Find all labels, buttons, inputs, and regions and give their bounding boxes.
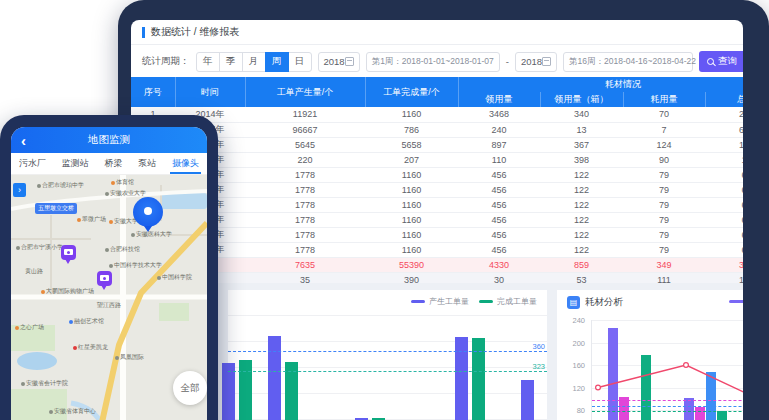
tab-桥梁[interactable]: 桥梁 <box>104 153 122 174</box>
consumable-chart-card: ▤ 耗材分析 2402001601208040 <box>557 290 743 420</box>
start-week-input[interactable]: 第1周：2018-01-01~2018-01-07 <box>366 52 500 72</box>
tab-摄像头[interactable]: 摄像头 <box>172 153 199 174</box>
tab-监测站[interactable]: 监测站 <box>62 153 89 174</box>
table-cell: 1778 <box>245 167 365 182</box>
poi-dot <box>77 218 81 222</box>
table-cell: 122 <box>540 212 623 227</box>
phone-title: 地图监测 <box>88 133 130 147</box>
table-cell: 5658 <box>365 137 458 152</box>
legend-dash <box>411 300 425 303</box>
chart-icon: ▤ <box>567 296 580 309</box>
table-cell: 690 <box>705 122 743 137</box>
table-cell: 79 <box>623 242 705 257</box>
legend-dash <box>729 300 743 303</box>
selected-camera-marker[interactable] <box>133 197 163 227</box>
table-row: 92022年177811604561227967 <box>131 227 743 242</box>
gridline <box>228 315 547 316</box>
map-label: 红星美凯龙 <box>73 343 108 352</box>
table-cell: 13 <box>540 122 623 137</box>
query-button[interactable]: 查询 <box>699 51 743 72</box>
table-row: 32016年56455658897367124129 <box>131 137 743 152</box>
map-view[interactable]: 合肥市琥珀中学体育馆安徽农业大学安徽医科大学合肥市宁溪小学翠微广场安徽大学合肥科… <box>11 175 207 420</box>
map-label: 融创艺术馆 <box>69 317 104 326</box>
column-header: 工单完成量/个 <box>365 77 458 107</box>
tab-泵站[interactable]: 泵站 <box>138 153 156 174</box>
workorder-bar-chart: 360323 <box>228 314 547 420</box>
table-cell: 19 <box>705 152 743 167</box>
table-cell: 250 <box>705 107 743 122</box>
map-label: 中国科学技术大学 <box>109 261 162 270</box>
end-week-input[interactable]: 第16周：2018-04-16~2018-04-22 <box>563 52 693 72</box>
table-row: 22015年96667786240137690 <box>131 122 743 137</box>
map-label: 合肥市宁溪小学 <box>16 243 63 252</box>
table-cell: 122 <box>540 182 623 197</box>
y-tick: 80 <box>577 406 585 415</box>
y-tick: 160 <box>572 361 585 370</box>
table-cell: 220 <box>245 152 365 167</box>
sub-column-header: 领用量 <box>458 92 540 107</box>
poi-dot <box>105 248 109 252</box>
period-label: 统计周期： <box>142 55 190 68</box>
period-segmented-control: 年季月周日 <box>196 52 312 72</box>
table-cell: 55390 <box>365 257 458 272</box>
table-cell: 122 <box>540 167 623 182</box>
table-cell: 1160 <box>365 212 458 227</box>
table-cell: 7635 <box>245 257 365 272</box>
start-year-select[interactable]: 2018 <box>318 52 360 72</box>
expand-panel-button[interactable]: › <box>13 183 26 197</box>
table-cell: 70 <box>623 107 705 122</box>
poi-dot <box>37 184 41 188</box>
period-segment-季[interactable]: 季 <box>219 52 243 72</box>
map-label: 之心广场 <box>15 323 44 332</box>
map-label: 体育馆 <box>111 178 134 187</box>
column-header: 时间 <box>175 77 245 107</box>
range-separator: - <box>506 56 509 67</box>
phone-tab-bar: 污水厂监测站桥梁泵站摄像头 <box>11 153 207 175</box>
poi-dot <box>21 382 25 386</box>
period-segment-日[interactable]: 日 <box>288 52 312 72</box>
show-all-button[interactable]: 全部 <box>173 371 207 405</box>
table-cell: 67 <box>705 182 743 197</box>
chart-title: 耗材分析 <box>585 296 623 309</box>
table-cell: 90 <box>623 152 705 167</box>
poi-dot <box>105 192 109 196</box>
table-row: 72020年177811604561227967 <box>131 197 743 212</box>
table-cell: 786 <box>365 122 458 137</box>
camera-marker[interactable] <box>61 245 76 260</box>
reference-line: 323 <box>228 371 547 372</box>
end-year-select[interactable]: 2018 <box>515 52 557 72</box>
table-cell: 1778 <box>245 212 365 227</box>
breadcrumb-bar: 数据统计 / 维修报表 <box>131 20 743 45</box>
table-cell: 79 <box>623 182 705 197</box>
period-segment-周[interactable]: 周 <box>265 52 289 72</box>
map-label: 合肥科技馆 <box>105 245 140 254</box>
poi-dot <box>15 326 19 330</box>
table-cell: 67 <box>705 242 743 257</box>
camera-marker[interactable] <box>97 271 112 286</box>
reference-label: 323 <box>532 362 545 371</box>
poi-dot <box>16 246 20 250</box>
tab-污水厂[interactable]: 污水厂 <box>19 153 46 174</box>
trend-line <box>592 320 743 420</box>
poi-dot <box>157 276 161 280</box>
table-cell: 367 <box>540 137 623 152</box>
workorder-chart-card: 产生工单量完成工单量 360323 <box>228 290 547 420</box>
chart-title-row: ▤ 耗材分析 <box>557 290 743 314</box>
camera-icon <box>100 275 109 281</box>
period-segment-月[interactable]: 月 <box>242 52 266 72</box>
back-icon[interactable]: ‹ <box>21 127 26 153</box>
table-cell: 456 <box>458 197 540 212</box>
table-cell: 340 <box>540 107 623 122</box>
sub-column-header: 耗用量 <box>623 92 705 107</box>
table-cell: 456 <box>458 227 540 242</box>
column-header: 工单产生量/个 <box>245 77 365 107</box>
dashboard-panel: 数据统计 / 维修报表 统计周期： 年季月周日 2018 第1周：2018-01… <box>131 20 743 420</box>
report-table-wrap: 序号时间工单产生量/个工单完成量/个耗材情况领用量领用量（箱）耗用量总量1201… <box>131 77 743 288</box>
period-segment-年[interactable]: 年 <box>196 52 220 72</box>
table-cell: 1778 <box>245 182 365 197</box>
table-cell: 456 <box>458 212 540 227</box>
table-cell: 456 <box>458 182 540 197</box>
y-tick: 200 <box>572 339 585 348</box>
table-cell: 11921 <box>245 107 365 122</box>
table-cell: 207 <box>365 152 458 167</box>
